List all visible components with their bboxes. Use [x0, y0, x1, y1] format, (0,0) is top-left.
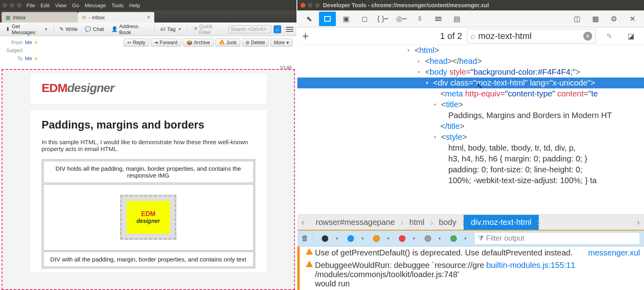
- forward-button[interactable]: ➔Forward: [151, 39, 181, 47]
- junk-button[interactable]: 🔥Junk: [215, 39, 240, 47]
- filter-server[interactable]: [445, 233, 462, 244]
- menu-message[interactable]: Message: [85, 2, 106, 8]
- from-value[interactable]: Me: [25, 39, 32, 47]
- dom-node[interactable]: </title>: [297, 121, 644, 132]
- dock-side-button[interactable]: ◫: [568, 12, 585, 26]
- menu-edit[interactable]: Edit: [41, 2, 49, 8]
- twisty-icon[interactable]: ▾: [418, 69, 423, 75]
- style-tab[interactable]: { }•••: [374, 12, 391, 26]
- to-value[interactable]: Me: [25, 55, 32, 63]
- archive-button[interactable]: 📦Archive: [183, 39, 214, 47]
- email-title: Paddings, margins and borders: [42, 119, 255, 131]
- inspector-tab[interactable]: [319, 12, 336, 26]
- crumb-item[interactable]: rowser#messagepane: [309, 215, 402, 230]
- chat-button[interactable]: 💬Chat: [82, 25, 106, 33]
- twisty-icon[interactable]: ▾: [434, 102, 440, 107]
- chevron-down-icon[interactable]: ▼: [386, 237, 392, 241]
- close-icon[interactable]: [2, 3, 7, 8]
- filter-output-input[interactable]: ⧩Filter output: [474, 232, 640, 245]
- grid-button[interactable]: ▦: [587, 12, 604, 26]
- clear-console-button[interactable]: 🗑: [301, 234, 313, 243]
- chevron-down-icon[interactable]: ▼: [464, 237, 469, 241]
- get-messages-button[interactable]: ⬇Get Messages▼: [3, 22, 50, 37]
- chevron-down-icon[interactable]: ▼: [438, 237, 444, 241]
- bars-icon: [435, 17, 442, 21]
- debugger-tab[interactable]: ◻: [356, 12, 373, 26]
- console-message[interactable]: Use of getPreventDefault() is deprecated…: [297, 247, 644, 259]
- reply-button[interactable]: ↩Reply: [124, 39, 149, 47]
- memory-tab[interactable]: ⫴: [411, 12, 428, 26]
- menu-go[interactable]: Go: [72, 2, 79, 8]
- close-icon[interactable]: ×: [147, 14, 150, 20]
- close-devtools-button[interactable]: ✕: [624, 12, 641, 26]
- dom-text[interactable]: html, body, table, tbody, tr, td, div, p…: [297, 143, 644, 153]
- crumb-prev[interactable]: ‹: [297, 217, 309, 228]
- filter-net[interactable]: [317, 233, 333, 244]
- dom-node[interactable]: ▾<html>: [297, 45, 644, 56]
- menu-tools[interactable]: Tools: [111, 2, 123, 8]
- twisty-icon[interactable]: ▸: [418, 59, 423, 64]
- console-message[interactable]: DebuggeeWouldRun: debuggee `resource://g…: [297, 259, 644, 290]
- chevron-down-icon[interactable]: ▼: [335, 237, 341, 241]
- delete-button[interactable]: ⊘Delete: [242, 39, 269, 47]
- settings-button[interactable]: ⚙: [605, 12, 622, 26]
- clear-icon[interactable]: ✕: [583, 32, 592, 41]
- message-source[interactable]: messenger.xul: [588, 248, 640, 257]
- twisty-icon[interactable]: ▾: [426, 80, 431, 86]
- minimize-icon[interactable]: [308, 3, 313, 8]
- crumb-item-selected[interactable]: div.moz-text-html: [464, 215, 539, 230]
- dom-text[interactable]: Paddings, Margins and Borders in Modern …: [297, 110, 644, 121]
- filter-logging[interactable]: [419, 233, 436, 244]
- menu-help[interactable]: Help: [129, 2, 140, 8]
- eyedropper-button[interactable]: ◪: [622, 29, 639, 43]
- crumb-item[interactable]: html: [402, 215, 432, 230]
- dom-node[interactable]: ▾<body style="background-color:#F4F4F4;"…: [297, 67, 644, 78]
- search-input[interactable]: ⌕ moz-text-html ✕: [467, 29, 596, 43]
- chevron-down-icon[interactable]: ▼: [361, 237, 366, 241]
- add-node-button[interactable]: +: [302, 30, 309, 43]
- picker-tab[interactable]: ⬉: [301, 12, 317, 26]
- search-input[interactable]: Search <Ctrl+K>: [228, 25, 271, 33]
- dom-node[interactable]: ▾<style>: [297, 132, 644, 143]
- twisty-icon[interactable]: ▾: [407, 48, 413, 53]
- dom-text[interactable]: h3, h4, h5, h6 { margin: 0; padding: 0; …: [297, 153, 644, 164]
- dom-node[interactable]: ▾<title>: [297, 99, 644, 110]
- tab-inbox[interactable]: ▦ Inbox: [2, 12, 78, 22]
- star-icon[interactable]: ★: [34, 39, 38, 47]
- write-button[interactable]: ✎Write: [57, 25, 80, 33]
- quick-filter-button[interactable]: ⧩Quick Filter: [191, 22, 226, 37]
- dom-tree[interactable]: ↖ ▾<html> ▸<head></head> ▾<body style="b…: [297, 45, 644, 214]
- menu-view[interactable]: View: [55, 2, 66, 8]
- storage-tab[interactable]: ▤: [448, 12, 465, 26]
- dom-node[interactable]: <meta http-equiv="content-type" content=…: [297, 88, 644, 99]
- chevron-down-icon[interactable]: ▼: [412, 237, 418, 241]
- subject-value: [25, 47, 38, 55]
- star-icon[interactable]: ★: [34, 55, 38, 63]
- close-icon[interactable]: [301, 3, 305, 8]
- edit-html-button[interactable]: ✎: [601, 29, 617, 43]
- crumb-next[interactable]: ›: [633, 217, 644, 228]
- dom-node-selected[interactable]: ▾<div class="moz-text-html" lang="x-unic…: [297, 78, 644, 88]
- crumb-item[interactable]: body: [432, 215, 464, 230]
- tab-message[interactable]: ✉ - Inbox ×: [78, 12, 154, 22]
- menu-file[interactable]: File: [27, 2, 35, 8]
- maximize-icon[interactable]: [17, 3, 22, 8]
- message-source[interactable]: builtin-modules.js:155:11: [487, 261, 575, 270]
- network-tab[interactable]: [430, 12, 447, 26]
- tag-button[interactable]: 🏷Tag▼: [158, 25, 184, 33]
- performance-tab[interactable]: ◎•••: [393, 12, 410, 26]
- dom-text[interactable]: padding: 0; font-size: 0; line-height: 0…: [297, 164, 644, 175]
- twisty-icon[interactable]: ▾: [434, 135, 440, 140]
- console-tab[interactable]: ▣: [337, 12, 354, 26]
- hamburger-icon[interactable]: [286, 27, 294, 32]
- address-book-button[interactable]: 👤Address Book: [109, 22, 151, 37]
- more-button[interactable]: More▾: [270, 39, 292, 47]
- minimize-icon[interactable]: [10, 3, 14, 8]
- maximize-icon[interactable]: [315, 3, 320, 8]
- filter-css[interactable]: [342, 233, 359, 244]
- search-go-button[interactable]: ⌕: [274, 25, 281, 33]
- dom-node[interactable]: ▸<head></head>: [297, 56, 644, 67]
- filter-security[interactable]: [394, 233, 411, 244]
- dom-text[interactable]: 100%; -webkit-text-size-adjust: 100%; } …: [297, 175, 644, 186]
- filter-js[interactable]: [368, 233, 385, 244]
